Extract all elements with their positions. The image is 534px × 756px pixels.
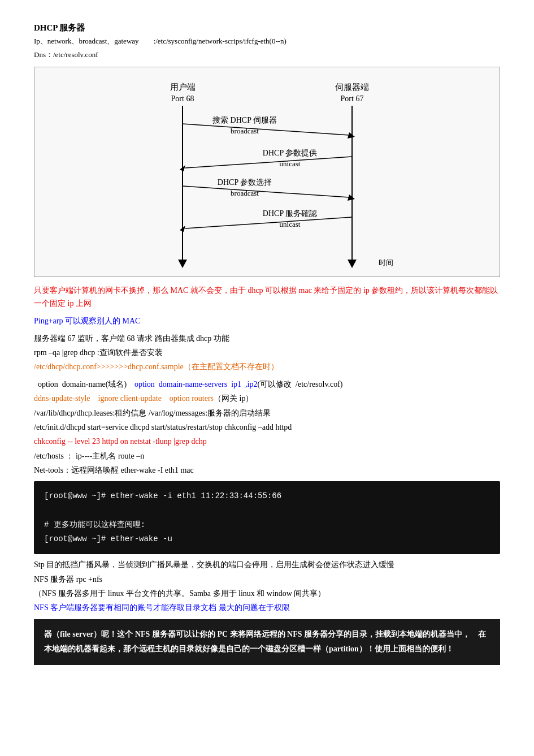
svg-text:broadcast: broadcast [231, 189, 259, 197]
line2: Dns：/etc/resolv.conf [34, 49, 500, 61]
blue-text-2: NFS 客户端服务器要有相同的账号才能存取目录文档 最大的问题在于权限 [34, 602, 500, 614]
svg-text:Port 68: Port 68 [171, 94, 194, 103]
line7: /etc/init.d/dhcpd start=service dhcpd st… [34, 421, 500, 434]
line5-mixed: option domain-name(域名) option domain-nam… [34, 378, 500, 391]
svg-text:用户端: 用户端 [170, 83, 195, 92]
svg-marker-23 [178, 260, 187, 268]
page-title: DHCP 服务器 [34, 23, 500, 33]
svg-marker-7 [348, 132, 355, 139]
svg-text:broadcast: broadcast [231, 127, 259, 135]
line6: /var/lib/dhcp/dhcp.leases:租约信息 /var/log/… [34, 407, 500, 420]
svg-line-18 [185, 217, 352, 228]
svg-text:unicast: unicast [279, 220, 300, 228]
terminal-line2 [44, 504, 490, 518]
terminal-line4: [root@www ~]# ether-wake -u [44, 532, 490, 546]
svg-text:DHCP 参数选择: DHCP 参数选择 [217, 178, 271, 187]
line5-blue: option domain-name-servers ip1 ,ip2 [134, 380, 257, 388]
line12: （NFS 服务器多用于 linux 平台文件的共享。Samba 多用于 linu… [34, 587, 500, 600]
svg-text:搜索 DHCP 伺服器: 搜索 DHCP 伺服器 [212, 116, 277, 124]
line4: rpm –qa |grep dhcp :查询软件是否安装 [34, 347, 500, 359]
orange-text-1: /etc/dhcp/dhcp.conf>>>>>>>dhcp.conf.samp… [34, 361, 500, 373]
highlight-box: 器（file server）呢！这个 NFS 服务器可以让你的 PC 来将网络远… [34, 619, 500, 665]
line1: Ip、network、broadcast、gateway :/etc/sysco… [34, 36, 500, 47]
red-text-1: 只要客户端计算机的网卡不换掉，那么 MAC 就不会变，由于 dhcp 可以根据 … [34, 284, 500, 311]
highlight-text: 器（file server）呢！这个 NFS 服务器可以让你的 PC 来将网络远… [44, 630, 486, 654]
svg-text:DHCP 服务確認: DHCP 服务確認 [262, 209, 316, 218]
red-text-2: chkconfig -- level 23 httpd on netstat -… [34, 435, 500, 448]
svg-text:DHCP 参数提供: DHCP 参数提供 [262, 149, 316, 157]
svg-line-14 [183, 186, 349, 197]
svg-text:Port 67: Port 67 [340, 94, 363, 103]
svg-line-6 [183, 124, 349, 135]
svg-text:时间: 时间 [379, 258, 393, 267]
terminal-line1: [root@www ~]# ether-wake -i eth1 11:22:3… [44, 489, 490, 503]
line3: 服务器端 67 监听，客户端 68 请求 路由器集成 dhcp 功能 [34, 332, 500, 345]
dhcp-diagram: 用户端 Port 68 伺服器端 Port 67 搜索 DHCP 伺服器 bro… [34, 67, 500, 277]
svg-marker-15 [348, 195, 355, 201]
svg-line-10 [185, 157, 352, 168]
svg-text:unicast: unicast [279, 159, 300, 168]
terminal-line3: # 更多功能可以这样查阅哩: [44, 518, 490, 532]
page-content: DHCP 服务器 Ip、network、broadcast、gateway :/… [34, 23, 500, 665]
orange-text-2: ddns-update-style ignore client-update o… [34, 392, 500, 405]
blue-text-1: Ping+arp 可以观察别人的 MAC [34, 315, 500, 327]
line11: NFS 服务器 rpc +nfs [34, 573, 500, 586]
line8: /etc/hosts ： ip----主机名 route –n [34, 450, 500, 463]
line5-plain: option domain-name(域名) [34, 380, 134, 388]
terminal-block: [root@www ~]# ether-wake -i eth1 11:22:3… [34, 481, 500, 554]
svg-marker-25 [348, 260, 357, 268]
svg-text:伺服器端: 伺服器端 [335, 83, 369, 92]
line5-plain2: (可以修改 /etc/resolv.cof) [257, 380, 342, 388]
line9: Net-tools：远程网络唤醒 ether-wake -I eth1 mac [34, 464, 500, 477]
line10: Stp 目的抵挡广播风暴，当侦测到广播风暴是，交换机的端口会停用，启用生成树会使… [34, 559, 500, 571]
